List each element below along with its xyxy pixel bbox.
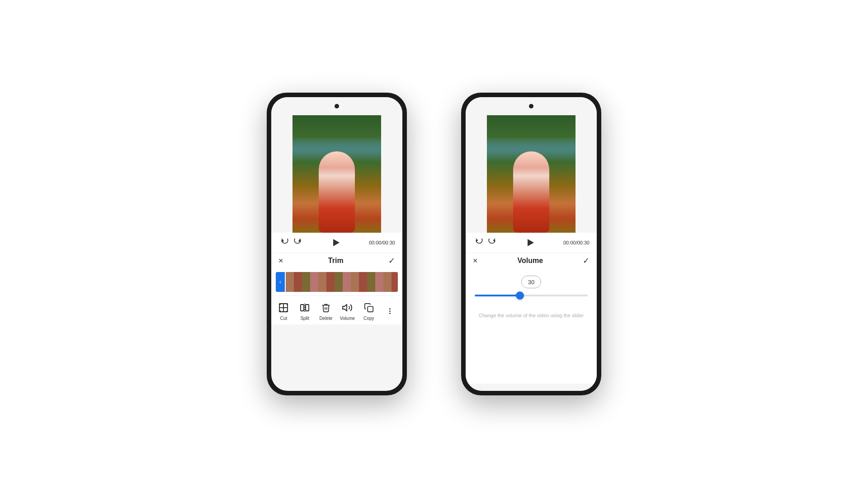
phone-2: 00:00/00:30 × Volume ✓ 30 Change the vol… [461,93,601,395]
copy-icon [363,301,375,314]
cut-label: Cut [280,316,288,321]
play-triangle-2 [528,239,534,246]
video-preview-2 [487,115,576,233]
volume-header: × Volume ✓ [466,253,597,268]
volume-icon [341,301,354,314]
svg-rect-3 [301,305,304,311]
trim-header: × Trim ✓ [271,253,402,268]
time-display-2: 00:00/00:30 [563,240,590,245]
redo-button-2[interactable] [486,236,498,249]
undo-button-2[interactable] [473,236,486,249]
phone-1: 00:00/00:30 × Trim ✓ ‹ [267,93,407,395]
toolbar-1: Cut Split [271,296,402,324]
delete-label: Delete [319,316,332,321]
svg-rect-7 [368,306,373,312]
volume-label: Volume [340,316,355,321]
more-tool[interactable] [380,303,400,319]
volume-slider-track[interactable] [475,295,588,296]
playhead [285,272,286,292]
split-tool[interactable]: Split [295,300,315,323]
copy-tool[interactable]: Copy [359,300,379,323]
volume-value-display: 30 [521,276,541,288]
split-icon [298,301,311,314]
play-triangle-1 [333,239,340,246]
bottom-area-2 [466,384,597,391]
tree-overlay-2 [487,115,576,151]
volume-confirm-button[interactable]: ✓ [583,257,590,265]
phone-top-bar-1 [271,97,402,115]
trim-title: Trim [328,257,344,265]
trim-close-button[interactable]: × [278,257,283,265]
bottom-area-1 [271,324,402,332]
controls-bar-2: 00:00/00:30 [466,233,597,253]
cut-tool[interactable]: Cut [274,300,293,323]
delete-tool[interactable]: Delete [316,300,336,323]
time-display-1: 00:00/00:30 [369,240,395,245]
undo-button-1[interactable] [278,236,291,249]
left-arrow-icon: ‹ [279,279,281,285]
timeline-frames [286,272,398,292]
volume-area: 30 Change the volume of the video using … [466,268,597,384]
volume-hint-text: Change the volume of the video using the… [479,313,584,318]
video-preview-1 [292,115,381,233]
trim-confirm-button[interactable]: ✓ [388,257,395,265]
play-button-1[interactable] [330,236,343,249]
svg-rect-4 [306,305,309,311]
front-camera-2 [529,104,533,108]
svg-marker-6 [343,305,347,311]
volume-slider-fill [475,295,520,296]
delete-icon [320,301,332,314]
controls-bar-1: 00:00/00:30 [271,233,402,253]
more-icon [384,305,396,318]
volume-close-button[interactable]: × [473,257,478,265]
front-camera-1 [335,104,339,108]
trim-handle-left[interactable]: ‹ [276,272,285,292]
cut-icon [277,301,290,314]
volume-slider-thumb[interactable] [516,291,524,300]
volume-tool[interactable]: Volume [337,300,358,323]
play-button-2[interactable] [524,236,537,249]
phone-top-bar-2 [466,97,597,115]
volume-title: Volume [517,257,543,265]
tree-overlay-1 [292,115,381,151]
copy-label: Copy [363,316,374,321]
redo-button-1[interactable] [291,236,304,249]
timeline-strip[interactable]: ‹ [276,272,398,292]
trim-area: ‹ [271,268,402,296]
split-label: Split [300,316,309,321]
